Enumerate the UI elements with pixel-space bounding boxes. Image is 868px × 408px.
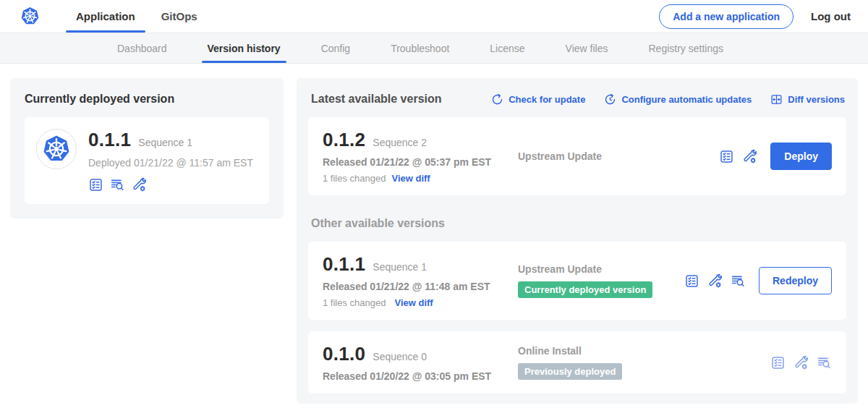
subtab-troubleshoot[interactable]: Troubleshoot <box>391 33 449 63</box>
card-actions: Redeploy <box>684 267 832 294</box>
preflight-checklist-icon[interactable] <box>88 177 103 192</box>
logout-button[interactable]: Log out <box>811 10 851 22</box>
configure-automatic-updates-label: Configure automatic updates <box>621 94 752 105</box>
previously-deployed-badge: Previously deployed <box>518 363 622 380</box>
version-history-page: Currently deployed version 0.1.1 Sequenc… <box>0 64 868 404</box>
edit-config-icon[interactable] <box>793 355 809 370</box>
source-label: Upstream Update <box>518 263 684 275</box>
view-logs-icon[interactable] <box>817 355 832 370</box>
version-info: 0.1.2 Sequence 2 Released 01/21/22 @ 05:… <box>323 129 507 184</box>
deploy-button[interactable]: Deploy <box>770 143 832 170</box>
edit-config-icon[interactable] <box>132 177 147 192</box>
deployed-version-card: 0.1.1 Sequence 1 Deployed 01/21/22 @ 11:… <box>25 117 269 204</box>
add-application-button[interactable]: Add a new application <box>659 4 793 29</box>
subtab-registry-settings[interactable]: Registry settings <box>648 33 723 63</box>
diff-versions-link[interactable]: Diff versions <box>770 93 845 106</box>
view-logs-icon[interactable] <box>110 177 125 192</box>
files-changed-label: 1 files changed <box>323 297 386 308</box>
subtab-config[interactable]: Config <box>321 33 350 63</box>
subtab-view-files[interactable]: View files <box>566 33 608 63</box>
tab-gitops[interactable]: GitOps <box>151 0 208 33</box>
kubernetes-icon <box>40 132 73 166</box>
view-diff-link[interactable]: View diff <box>394 297 433 308</box>
view-diff-link[interactable]: View diff <box>391 173 430 184</box>
source-label: Online Install <box>518 345 770 357</box>
version-source: Online Install Previously deployed <box>507 345 770 380</box>
tab-application[interactable]: Application <box>66 0 145 33</box>
top-tabs: Application GitOps <box>66 0 213 33</box>
top-nav: Application GitOps Add a new application… <box>0 0 868 33</box>
version-info: 0.1.0 Sequence 0 Released 01/20/22 @ 03:… <box>323 343 507 382</box>
available-panel-header: Latest available version Check for updat… <box>308 90 846 106</box>
card-actions <box>770 355 832 370</box>
version-actions: Check for update Configure automatic upd… <box>491 93 845 106</box>
source-label: Upstream Update <box>518 150 719 162</box>
released-timestamp: Released 01/21/22 @ 11:48 am EST <box>323 281 507 292</box>
sequence-label: Sequence 1 <box>138 137 192 148</box>
deployed-card-actions <box>88 177 253 192</box>
version-number: 0.1.0 <box>323 343 365 365</box>
latest-available-title: Latest available version <box>311 93 442 106</box>
configure-automatic-updates-link[interactable]: Configure automatic updates <box>604 93 752 106</box>
version-card-0-1-2: 0.1.2 Sequence 2 Released 01/21/22 @ 05:… <box>308 117 846 195</box>
version-info: 0.1.1 Sequence 1 Released 01/21/22 @ 11:… <box>323 253 507 308</box>
preflight-checklist-icon[interactable] <box>770 355 786 370</box>
other-available-versions-title: Other available versions <box>311 217 846 230</box>
kubernetes-icon <box>19 5 41 27</box>
version-card-0-1-0: 0.1.0 Sequence 0 Released 01/20/22 @ 03:… <box>308 331 846 394</box>
released-timestamp: Released 01/21/22 @ 05:37 pm EST <box>323 156 507 168</box>
version-number: 0.1.2 <box>323 129 365 151</box>
app-subnav: Dashboard Version history Config Trouble… <box>0 33 868 64</box>
version-card-0-1-1: 0.1.1 Sequence 1 Released 01/21/22 @ 11:… <box>308 242 846 320</box>
diff-icon <box>770 93 783 106</box>
card-actions: Deploy <box>719 143 832 170</box>
released-timestamp: Released 01/20/22 @ 03:05 pm EST <box>323 370 507 382</box>
currently-deployed-panel: Currently deployed version 0.1.1 Sequenc… <box>10 78 284 218</box>
subtab-dashboard[interactable]: Dashboard <box>117 33 167 63</box>
app-icon-badge <box>36 129 77 169</box>
subtab-license[interactable]: License <box>490 33 524 63</box>
edit-config-icon[interactable] <box>742 149 757 164</box>
version-source: Upstream Update <box>507 150 719 162</box>
currently-deployed-badge: Currently deployed version <box>518 281 652 298</box>
version-source: Upstream Update Currently deployed versi… <box>507 263 684 298</box>
auto-update-icon <box>604 93 616 106</box>
sequence-label: Sequence 1 <box>373 261 427 273</box>
edit-config-icon[interactable] <box>707 273 723 289</box>
preflight-checklist-icon[interactable] <box>719 149 734 164</box>
redeploy-button[interactable]: Redeploy <box>759 267 832 294</box>
sequence-label: Sequence 0 <box>373 351 427 362</box>
version-number: 0.1.1 <box>88 129 131 151</box>
deployed-timestamp: Deployed 01/21/22 @ 11:57 am EST <box>88 157 253 169</box>
version-number: 0.1.1 <box>323 253 365 276</box>
top-right-actions: Add a new application Log out <box>659 0 851 33</box>
deployed-panel-title: Currently deployed version <box>25 93 269 106</box>
files-changed-label: 1 files changed <box>323 173 386 184</box>
subtab-version-history[interactable]: Version history <box>208 33 281 63</box>
check-for-update-link[interactable]: Check for update <box>491 93 585 106</box>
preflight-checklist-icon[interactable] <box>684 273 699 289</box>
check-for-update-label: Check for update <box>509 94 585 105</box>
refresh-icon <box>491 93 503 106</box>
app-logo <box>19 0 41 33</box>
available-versions-panel: Latest available version Check for updat… <box>297 78 858 404</box>
sequence-label: Sequence 2 <box>373 137 427 148</box>
deployed-version-info: 0.1.1 Sequence 1 Deployed 01/21/22 @ 11:… <box>88 129 253 192</box>
view-logs-icon[interactable] <box>731 273 746 289</box>
diff-versions-label: Diff versions <box>788 94 845 105</box>
